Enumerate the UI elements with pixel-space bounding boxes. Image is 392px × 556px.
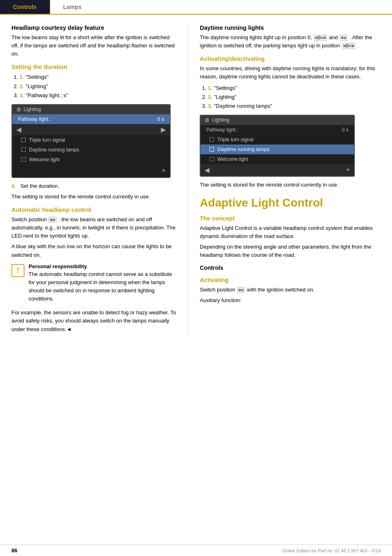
pathway-light-row: Pathway light.: 0 s [12,114,170,124]
left-arrow-icon-right[interactable]: ◀ [205,166,209,174]
pathway-label: Pathway light.: [18,116,51,122]
setting-duration-steps: 1."Settings" 2."Lighting" 3."Pathway lig… [20,73,178,100]
step-1: 1."Settings" [20,73,178,82]
auto-headlamp-title: Automatic headlamp control [11,207,178,213]
step-2: 2."Lighting" [20,82,178,91]
headlamp-feature-body: The low beams stay lit for a short while… [11,33,178,58]
step4-text: 4. Set the duration. [11,182,178,190]
setting-duration-title: Setting the duration [11,64,178,70]
setting-note-left: The setting is stored for the remote con… [11,193,178,201]
activating-title: Activating [200,277,381,283]
daytime-running-body1: The daytime running lights light up in p… [200,33,381,50]
setting-duration-section: Setting the duration 1."Settings" 2."Lig… [11,64,178,201]
step-3: 3."Pathway light.: s" [20,91,178,100]
activating-deactivating-body: In some countries, driving with daytime … [200,64,381,81]
tab-lamps[interactable]: Lamps [50,0,95,14]
screen-row-triple-right: Triple turn signal [200,135,354,145]
left-column: Headlamp courtesy delay feature The low … [11,23,188,336]
row-label-daytime: Daytime running lamps [29,147,79,153]
checkbox-daytime-right [209,147,214,151]
checkbox-welcome [21,157,26,162]
tab-controls[interactable]: Controls [0,0,50,14]
pos0-sym3: ≋D⊂≡ [342,43,356,49]
lighting-screen-right: ⚙ Lighting Pathway light.: 0 s Triple tu… [200,115,355,177]
checkbox-welcome-right [209,157,214,161]
adaptive-light-section: Adaptive Light Control The concept Adapt… [200,196,381,305]
daytime-running-section: Daytime running lights The daytime runni… [200,24,381,189]
warning-content: Personal responsibility The automatic he… [29,263,178,306]
controls-subsection-title: Controls [200,265,381,271]
headlamp-feature-section: Headlamp courtesy delay feature The low … [11,24,178,58]
concept-body2: Depending on the steering angle and othe… [200,243,381,259]
gear-icon: ⚙ [16,107,21,113]
screen-nav-left: ◀ ▶ [12,124,170,135]
checkbox-daytime [21,147,26,152]
exclamation-icon: ! [17,266,19,275]
warning-title: Personal responsibility [29,263,178,269]
screen-title-left: Lighting [24,107,41,112]
concept-title: The concept [200,215,381,222]
pos0-sym2: ≋⊙ [340,35,347,41]
auto-headlamp-body2: A blue sky with the sun low on the horiz… [11,242,178,259]
warning-body: The automatic headlamp control cannot se… [29,270,178,303]
row-label-daytime-right: Daytime running lamps [217,147,270,152]
plus-icon[interactable]: + [161,167,166,175]
auto-headlamp-body1: Switch position ≋⊙ : the low beams are s… [11,216,178,240]
lighting-screen-left: ⚙ Lighting Pathway light.: 0 s ◀ ▶ Tripl… [11,104,171,178]
checkbox-triple-right [209,137,214,142]
activating-switch-icon: ≋⊙ [237,287,245,293]
auto-headlamp-icon: ≋⊙ [49,217,56,223]
page-number: 86 [11,547,17,554]
gear-icon-right: ⚙ [205,117,209,123]
daytime-steps: 1."Settings" 2."Lighting" 3."Daytime run… [208,84,381,111]
plus-icon-right[interactable]: + [346,166,350,174]
pathway-label-right: Pathway light.: [206,127,238,133]
screen-body-left: Pathway light.: 0 s ◀ ▶ Triple turn sign… [12,114,170,177]
screen-row-daytime: Daytime running lamps [12,145,170,155]
daytime-step-3: 3."Daytime running lamps" [208,102,381,111]
pathway-value: 0 s [157,116,164,122]
auto-headlamp-body3: For example, the sensors are unable to d… [11,309,178,333]
pathway-value-right: 0 s [342,127,348,133]
left-arrow-icon[interactable]: ◀ [16,126,21,133]
screen-header-right: ⚙ Lighting [200,116,354,125]
screen-title-right: Lighting [212,117,229,123]
warning-icon: ! [11,264,24,277]
concept-body1: Adaptive Light Control is a variable hea… [200,224,381,240]
screen-nav-right: ◀ + [200,164,354,176]
row-label-triple-right: Triple turn signal [217,137,253,142]
daytime-step-1: 1."Settings" [208,84,381,93]
daytime-note: The setting is stored for the remote con… [200,181,381,189]
screen-header-left: ⚙ Lighting [12,105,170,114]
page-footer: 86 Online Edition for Part no. 01 40 2 9… [0,545,392,556]
screen-row-pathway-right: Pathway light.: 0 s [200,125,354,135]
screen-body-right: Pathway light.: 0 s Triple turn signal D… [200,125,354,176]
adaptive-light-title: Adaptive Light Control [200,196,381,209]
row-label-welcome: Welcome light [29,157,60,162]
screen-plus-row: + [12,165,170,177]
warning-box: ! Personal responsibility The automatic … [11,263,178,306]
screen-row-welcome: Welcome light [12,155,170,165]
right-arrow-icon[interactable]: ▶ [161,126,166,133]
row-label-welcome-right: Welcome light [217,156,248,162]
auto-headlamp-section: Automatic headlamp control Switch positi… [11,207,178,334]
pos0-sym1: ≋D⊂≡ [314,35,327,41]
daytime-running-title: Daytime running lights [200,24,381,31]
activating-deactivating-title: Activating/deactivating [200,56,381,62]
daytime-step-2: 2."Lighting" [208,93,381,102]
screen-row-daytime-right: Daytime running lamps [200,145,354,154]
row-label-triple: Triple turn signal [29,137,65,143]
main-content: Headlamp courtesy delay feature The low … [0,15,392,344]
auxiliary-text: Auxiliary function: [200,296,381,305]
activating-body: Switch position ≋⊙ with the ignition swi… [200,286,381,294]
page-header: Controls Lamps [0,0,392,15]
checkbox-triple [21,138,26,142]
right-column: Daytime running lights The daytime runni… [188,23,381,336]
footer-edition: Online Edition for Part no. 01 40 2 957 … [282,548,381,553]
screen-row-welcome-right: Welcome light [200,154,354,164]
screen-row-triple: Triple turn signal [12,135,170,145]
headlamp-feature-title: Headlamp courtesy delay feature [11,24,178,31]
